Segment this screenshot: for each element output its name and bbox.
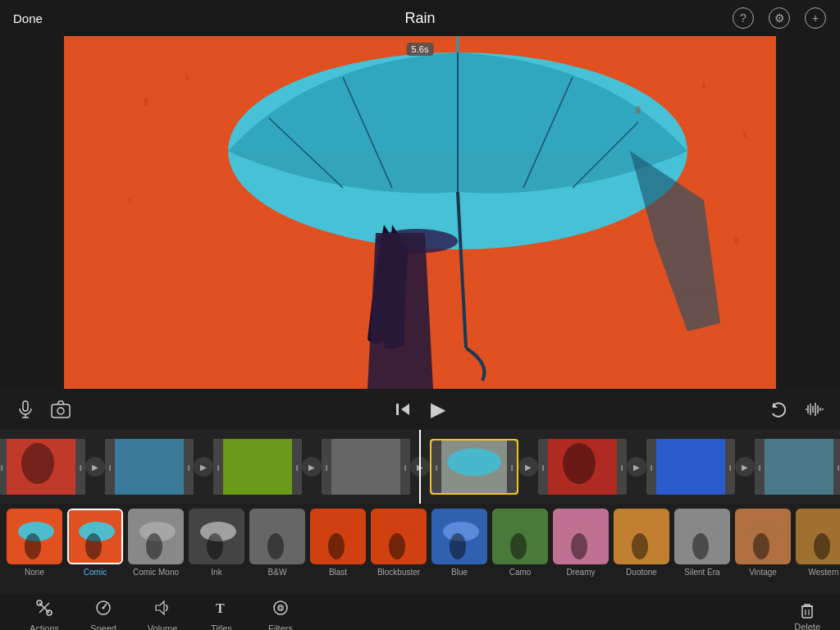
clip-handle-right-2[interactable]: | [184, 439, 194, 495]
timeline-clip-4[interactable]: || [322, 439, 410, 495]
clip-handle-right-1[interactable]: | [75, 439, 85, 495]
svg-point-46 [563, 443, 596, 484]
filter-label-camo: Camo [509, 568, 532, 577]
filter-item-blockbuster[interactable]: Blockbuster [371, 509, 427, 577]
clip-handle-left-1[interactable]: | [0, 439, 7, 495]
filter-item-dreamy[interactable]: Dreamy [553, 509, 609, 577]
header-left: Done [13, 11, 112, 25]
filter-label-comic: Comic [84, 568, 107, 577]
bottom-toolbar: Actions Speed Volume T Titles Filters De… [0, 594, 840, 630]
undo-icon [769, 400, 788, 418]
transition-1[interactable]: ▶ [194, 457, 213, 477]
filters-icon [272, 599, 290, 617]
transition-2[interactable]: ▶ [302, 457, 322, 477]
svg-marker-97 [156, 601, 164, 614]
filter-thumb-silent-era [674, 509, 730, 564]
filter-thumb-comic-mono [128, 509, 184, 564]
filter-label-dreamy: Dreamy [566, 568, 595, 577]
mic-button[interactable] [16, 400, 34, 418]
filter-item-western[interactable]: Western [796, 509, 840, 577]
speed-icon [94, 599, 112, 617]
svg-rect-47 [646, 439, 735, 495]
transition-0[interactable]: ▶ [85, 457, 105, 477]
svg-rect-40 [213, 439, 302, 495]
filters-strip[interactable]: NoneComicComic MonoInkB&WBlastBlockbuste… [0, 504, 840, 594]
svg-rect-27 [396, 404, 399, 415]
svg-marker-26 [401, 404, 409, 415]
svg-rect-21 [23, 401, 28, 411]
toolbar-center: ▶ [395, 398, 445, 421]
filter-item-silent-era[interactable]: Silent Era [674, 509, 730, 577]
clip-handle-left-2[interactable]: | [105, 439, 115, 495]
bottom-tool-actions[interactable]: Actions [20, 599, 69, 630]
filter-item-duotone[interactable]: Duotone [614, 509, 669, 577]
play-button[interactable]: ▶ [431, 398, 445, 421]
delete-button[interactable]: Delete [794, 601, 820, 631]
timeline-clip-1[interactable]: || [0, 439, 85, 495]
filter-item-blast[interactable]: Blast [310, 509, 366, 577]
clip-handle-left-8[interactable]: | [755, 439, 765, 495]
skip-back-button[interactable] [395, 401, 411, 418]
add-button[interactable]: + [804, 7, 827, 30]
filter-label-duotone: Duotone [626, 568, 657, 577]
svg-point-87 [753, 533, 769, 559]
filter-thumb-duotone [614, 509, 669, 564]
clip-handle-left-3[interactable]: | [213, 439, 223, 495]
svg-point-20 [734, 237, 739, 245]
timeline-clip-2[interactable]: || [105, 439, 194, 495]
filter-item-none[interactable]: None [7, 509, 62, 577]
timeline[interactable]: ||▶||▶||▶||▶||▶||▶||▶|| [0, 430, 840, 504]
header: Done Rain ? ⚙ + [0, 0, 840, 36]
clip-handle-right-4[interactable]: | [400, 439, 410, 495]
svg-point-57 [146, 533, 162, 559]
filter-item-camo[interactable]: Camo [492, 509, 548, 577]
filter-label-silent-era: Silent Era [684, 568, 719, 577]
clip-handle-right-7[interactable]: | [725, 439, 735, 495]
filter-label-blast: Blast [329, 568, 347, 577]
filter-thumb-camo [492, 509, 548, 564]
camera-button[interactable] [51, 400, 71, 418]
clip-handle-left-7[interactable]: | [646, 439, 656, 495]
clip-handle-right-8[interactable]: | [833, 439, 840, 495]
clip-handle-left-6[interactable]: | [538, 439, 548, 495]
timeline-clip-8[interactable]: || [755, 439, 840, 495]
transition-4[interactable]: ▶ [518, 457, 538, 477]
filter-label-comic-mono: Comic Mono [133, 568, 179, 577]
filter-item-comic-mono[interactable]: Comic Mono [128, 509, 184, 577]
svg-point-60 [207, 533, 223, 559]
filter-item-comic[interactable]: Comic [67, 509, 123, 577]
clip-handle-left-4[interactable]: | [322, 439, 331, 495]
timeline-clip-6[interactable]: || [538, 439, 627, 495]
preview-video [64, 36, 776, 389]
svg-point-72 [450, 533, 466, 559]
transition-6[interactable]: ▶ [735, 457, 755, 477]
bottom-tool-volume[interactable]: Volume [138, 599, 187, 630]
clip-handle-right-5[interactable]: | [507, 441, 517, 493]
transition-5[interactable]: ▶ [627, 457, 646, 477]
svg-point-25 [57, 408, 64, 414]
clip-handle-right-3[interactable]: | [292, 439, 302, 495]
timeline-clip-3[interactable]: || [213, 439, 302, 495]
timeline-clip-5[interactable]: || [430, 439, 518, 495]
clip-handle-right-6[interactable]: | [617, 439, 627, 495]
clip-handle-left-5[interactable]: | [431, 441, 441, 493]
mic-icon [16, 400, 34, 418]
preview-area: 5.6s [64, 36, 776, 389]
bottom-tool-speed[interactable]: Speed [79, 599, 128, 630]
bottom-tool-filters[interactable]: Filters [256, 599, 305, 630]
done-button[interactable]: Done [13, 11, 43, 25]
settings-button[interactable]: ⚙ [768, 7, 791, 30]
bottom-tool-titles[interactable]: T Titles [197, 599, 246, 630]
help-button[interactable]: ? [732, 7, 755, 30]
svg-text:T: T [216, 601, 225, 615]
undo-button[interactable] [769, 400, 788, 418]
audio-wave-button[interactable] [804, 400, 824, 418]
timeline-clip-7[interactable]: || [646, 439, 735, 495]
filter-item-blue[interactable]: Blue [431, 509, 487, 577]
svg-point-69 [389, 533, 405, 559]
filter-item-vintage[interactable]: Vintage [735, 509, 791, 577]
svg-point-84 [692, 533, 709, 559]
audio-wave-icon [804, 400, 824, 418]
filter-item-bw[interactable]: B&W [249, 509, 305, 577]
filter-item-ink[interactable]: Ink [189, 509, 244, 577]
